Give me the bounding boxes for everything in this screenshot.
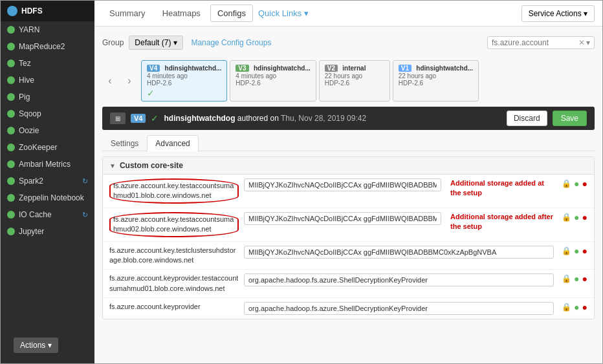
section-header[interactable]: ▼ Custom core-site [103, 157, 594, 175]
search-input[interactable] [492, 38, 576, 47]
service-actions-button[interactable]: Service Actions ▾ [521, 5, 595, 22]
status-dot [7, 110, 15, 118]
sidebar-item-label: MapReduce2 [19, 42, 65, 51]
inner-tab-settings[interactable]: Settings [102, 135, 147, 151]
version-checkmark: ✓ [147, 88, 221, 98]
sidebar-item-label: Tez [19, 59, 31, 68]
group-select[interactable]: Default (7) ▾ [129, 36, 183, 50]
version-author: hdinsightwatchdog [164, 114, 235, 123]
version-card-v3[interactable]: V3 hdinsightwatchd... 4 minutes ago HDP-… [230, 60, 316, 102]
next-version-arrow[interactable]: › [122, 73, 137, 89]
config-actions: 🔒●● [562, 302, 587, 312]
config-value-input[interactable] [244, 178, 441, 191]
sidebar-item-ambarimetrics[interactable]: Ambari Metrics [1, 156, 94, 173]
sidebar-header: HDFS [1, 1, 94, 21]
remove-icon[interactable]: ● [582, 302, 587, 312]
version-card-v2[interactable]: V2 internal 22 hours ago HDP-2.6 [319, 60, 390, 102]
status-dot [7, 160, 15, 168]
sidebar-item-spark2[interactable]: Spark2↻ [1, 173, 94, 189]
version-card-v4[interactable]: V4 hdinsightwatchd... 4 minutes ago HDP-… [141, 60, 227, 102]
sidebar-item-label: Ambari Metrics [19, 160, 71, 169]
config-value [244, 273, 554, 286]
sidebar-item-zookeeper[interactable]: ZooKeeper [1, 139, 94, 156]
search-dropdown-icon[interactable]: ▾ [586, 38, 590, 47]
lock-icon[interactable]: 🔒 [562, 246, 571, 255]
group-dropdown-icon: ▾ [173, 38, 177, 47]
save-button[interactable]: Save [553, 111, 587, 126]
version-badge: V3 [236, 65, 248, 72]
remove-icon[interactable]: ● [582, 246, 587, 256]
remove-icon[interactable]: ● [582, 212, 587, 222]
section-toggle-icon: ▼ [109, 162, 116, 169]
config-key: fs.azure.account.key.testclustersuhdstor… [109, 246, 239, 266]
version-hdp: HDP-2.6 [399, 80, 473, 87]
nav-tabs: SummaryHeatmapsConfigs [102, 5, 253, 22]
config-row: fs.azure.account.keyprovider.testaccount… [103, 270, 594, 298]
nav-tab-configs[interactable]: Configs [210, 5, 253, 22]
config-value-input[interactable] [244, 246, 554, 259]
lock-icon[interactable]: 🔒 [562, 303, 571, 312]
config-section: ▼ Custom core-site fs.azure.account.key.… [102, 156, 595, 319]
version-time: 22 hours ago [325, 72, 384, 80]
remove-icon[interactable]: ● [582, 273, 587, 284]
sidebar-item-mapreduce2[interactable]: MapReduce2 [1, 38, 94, 55]
prev-version-arrow[interactable]: ‹ [102, 73, 118, 89]
nav-tab-heatmaps[interactable]: Heatmaps [155, 5, 208, 22]
add-icon[interactable]: ● [574, 212, 579, 222]
sidebar-item-label: Oozie [19, 126, 39, 135]
status-dot [7, 93, 15, 101]
inner-tab-advanced[interactable]: Advanced [147, 135, 198, 151]
status-dot [7, 43, 15, 50]
current-version-bar: ⊞ V4 ✓ hdinsightwatchdog authored on Thu… [102, 107, 595, 130]
sidebar-item-iocache[interactable]: IO Cache↻ [1, 206, 94, 223]
sidebar-item-label: Pig [19, 92, 30, 102]
version-card-v1[interactable]: V1 hdinsightwatchd... 22 hours ago HDP-2… [393, 60, 479, 102]
status-dot [7, 211, 15, 219]
section-title: Custom core-site [120, 161, 183, 170]
status-dot [7, 177, 15, 185]
lock-icon[interactable]: 🔒 [562, 213, 571, 222]
config-actions: 🔒●● [562, 273, 587, 284]
sidebar-item-hive[interactable]: Hive [1, 72, 94, 89]
current-version-text: hdinsightwatchdog authored on Thu, Nov 2… [164, 114, 501, 123]
status-dot [7, 144, 15, 151]
sidebar-title: HDFS [21, 6, 43, 16]
sidebar-item-sqoop[interactable]: Sqoop [1, 105, 94, 122]
sidebar-item-oozie[interactable]: Oozie [1, 122, 94, 139]
sidebar-item-tez[interactable]: Tez [1, 55, 94, 72]
sidebar-item-yarn[interactable]: YARN [1, 21, 94, 38]
version-icon[interactable]: ⊞ [110, 112, 126, 124]
version-badge: V2 [325, 65, 338, 72]
search-clear-icon[interactable]: ✕ [578, 38, 585, 47]
add-icon[interactable]: ● [574, 302, 579, 312]
actions-button[interactable]: Actions ▾ [14, 337, 58, 353]
version-hdp: HDP-2.6 [236, 80, 310, 87]
sidebar-item-zeppelinnotebook[interactable]: Zeppelin Notebook [1, 189, 94, 206]
config-key: fs.azure.account.key.testaccountsumahmud… [109, 178, 239, 204]
add-icon[interactable]: ● [574, 178, 579, 189]
lock-icon[interactable]: 🔒 [562, 274, 571, 283]
status-dot [7, 228, 15, 235]
config-row: fs.azure.account.key.testaccountsumahmud… [103, 175, 594, 208]
remove-icon[interactable]: ● [582, 178, 587, 189]
inner-tabs: SettingsAdvanced [102, 135, 595, 151]
sidebar-item-jupyter[interactable]: Jupyter [1, 223, 94, 240]
config-value-input[interactable] [244, 302, 554, 315]
add-icon[interactable]: ● [574, 246, 579, 256]
quick-links[interactable]: Quick Links ▾ [258, 8, 309, 18]
sidebar-item-pig[interactable]: Pig [1, 89, 94, 105]
lock-icon[interactable]: 🔒 [562, 179, 571, 188]
sidebar-item-label: Hive [19, 76, 34, 85]
current-version-badge: V4 [131, 114, 146, 123]
discard-button[interactable]: Discard [507, 111, 547, 126]
add-icon[interactable]: ● [574, 273, 579, 284]
config-value-input[interactable] [244, 212, 441, 225]
sidebar-item-label: ZooKeeper [19, 143, 57, 152]
version-time: 4 minutes ago [236, 72, 310, 80]
status-dot [7, 59, 15, 67]
manage-config-groups-link[interactable]: Manage Config Groups [191, 38, 271, 47]
config-value-input[interactable] [244, 273, 554, 286]
nav-tab-summary[interactable]: Summary [102, 5, 153, 22]
refresh-icon[interactable]: ↻ [82, 177, 88, 186]
refresh-icon[interactable]: ↻ [82, 211, 88, 219]
